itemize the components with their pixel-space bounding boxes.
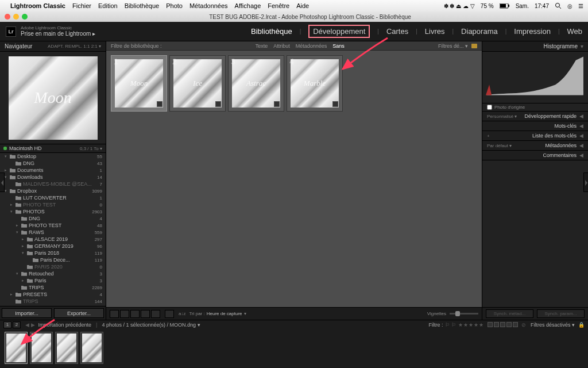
- module-web[interactable]: Web: [567, 27, 583, 36]
- sync-settings-button[interactable]: Synch. param...: [537, 309, 585, 318]
- right-panel-section[interactable]: Personnalisé ▾Développement rapide◀: [482, 112, 588, 121]
- folder-row[interactable]: ▾Desktop55: [0, 153, 106, 160]
- folder-row[interactable]: PARIS 20200: [0, 263, 106, 270]
- menu-app-name[interactable]: Lightroom Classic: [10, 2, 65, 9]
- siri-icon[interactable]: ◎: [567, 3, 572, 9]
- filmstrip[interactable]: [0, 329, 588, 367]
- folder-row[interactable]: ▸Documents1: [0, 167, 106, 174]
- lock-icon[interactable]: [471, 44, 477, 48]
- original-photo-row[interactable]: Photo d'origine: [482, 103, 588, 112]
- menu-photo[interactable]: Photo: [166, 2, 183, 9]
- minimize-button[interactable]: [13, 14, 19, 20]
- menu-metadata[interactable]: Métadonnées: [189, 2, 228, 9]
- folder-row[interactable]: ▸ALSACE 2019297: [0, 236, 106, 243]
- grid-thumb[interactable]: 2Ice: [169, 55, 226, 112]
- thumbnail-size-slider[interactable]: [450, 313, 478, 315]
- secondary-display-1[interactable]: 1: [3, 321, 11, 328]
- compare-view-icon[interactable]: [130, 310, 140, 318]
- folder-row[interactable]: LUT CONVERTER1: [0, 194, 106, 201]
- source-label[interactable]: Importation précédente: [38, 322, 92, 328]
- filmstrip-thumb[interactable]: [80, 332, 103, 364]
- notifications-icon[interactable]: ☰: [578, 3, 583, 9]
- folder-row[interactable]: ▸PHOTO TEST0: [0, 201, 106, 208]
- import-button[interactable]: Importer...: [2, 308, 52, 318]
- histogram[interactable]: [482, 52, 588, 103]
- folder-row[interactable]: ▸GERMANY 201996: [0, 243, 106, 250]
- right-panel-section[interactable]: +Liste des mots-clés◀: [482, 131, 588, 141]
- menu-edit[interactable]: Edition: [98, 2, 118, 9]
- filmstrip-thumb[interactable]: [30, 332, 53, 364]
- navigator-zoom-modes[interactable]: ADAPT. REMPL. 1:1 2:1 ▾: [48, 44, 101, 49]
- loupe-view-icon[interactable]: [120, 310, 129, 318]
- filters-off-menu[interactable]: Filtres désactivés ▾: [531, 322, 575, 328]
- original-photo-checkbox[interactable]: [487, 105, 492, 110]
- left-panel-toggle[interactable]: [0, 172, 5, 192]
- search-icon[interactable]: [555, 2, 562, 9]
- folder-row[interactable]: TRIPS144: [0, 298, 106, 305]
- right-panel-section[interactable]: Mots-clés◀: [482, 121, 588, 131]
- left-panel: Navigateur ADAPT. REMPL. 1:1 2:1 ▾ Moon …: [0, 41, 106, 320]
- rating-filter[interactable]: ★★★★★: [458, 322, 484, 328]
- volume-header[interactable]: Macintosh HD 0,3 / 1 To ▾: [0, 144, 106, 153]
- brand-main[interactable]: Prise en main de Lightroom ▸: [21, 30, 95, 37]
- folder-tree[interactable]: ▾Desktop55DNG43▸Documents1▾Downloads14MA…: [0, 153, 106, 306]
- sort-direction-icon[interactable]: a↓z: [179, 311, 185, 316]
- menu-help[interactable]: Aide: [296, 2, 309, 9]
- close-button[interactable]: [5, 14, 10, 20]
- export-button[interactable]: Exporter...: [54, 308, 104, 318]
- folder-row[interactable]: ▾PHOTOS2903: [0, 208, 106, 215]
- menu-file[interactable]: Fichier: [72, 2, 91, 9]
- grid-view-icon[interactable]: [110, 310, 119, 318]
- navigator-preview[interactable]: Moon: [0, 52, 106, 144]
- right-panel-section[interactable]: Commentaires◀: [482, 151, 588, 160]
- menu-window[interactable]: Fenêtre: [268, 2, 289, 9]
- filter-text[interactable]: Texte: [256, 43, 268, 49]
- module-print[interactable]: Impression: [514, 27, 551, 36]
- grid-thumb[interactable]: 3Astrac: [228, 55, 284, 112]
- folder-row[interactable]: ▸PHOTO TEST48: [0, 222, 106, 229]
- survey-view-icon[interactable]: [141, 310, 150, 318]
- module-slideshow[interactable]: Diaporama: [461, 27, 498, 36]
- folder-row[interactable]: ▾Dropbox3099: [0, 187, 106, 194]
- folder-row[interactable]: ▾Paris 2018119: [0, 250, 106, 256]
- secondary-display-2[interactable]: 2: [13, 321, 21, 328]
- filter-presets[interactable]: Filtres dé... ▾: [438, 43, 468, 49]
- folder-row[interactable]: ▾Downloads14: [0, 174, 106, 181]
- module-library[interactable]: Bibliothèque: [251, 27, 292, 36]
- folder-row[interactable]: DNG43: [0, 160, 106, 167]
- module-develop[interactable]: Développement: [308, 25, 370, 38]
- selection-count[interactable]: 4 photos / 1 sélectionnée(s) / MOON.dng …: [102, 322, 200, 328]
- filmstrip-thumb[interactable]: [55, 332, 78, 364]
- grid-thumb[interactable]: 4Marble: [287, 55, 343, 112]
- filmstrip-thumb[interactable]: [5, 332, 28, 364]
- fullscreen-button[interactable]: [22, 14, 28, 20]
- right-panel-toggle[interactable]: [583, 172, 588, 192]
- folder-row[interactable]: ▸Paris3: [0, 277, 106, 284]
- filter-attribute[interactable]: Attribut: [273, 43, 290, 49]
- sync-metadata-button[interactable]: Synch. métad...: [486, 309, 533, 318]
- folder-row[interactable]: ▾Retouched3: [0, 270, 106, 277]
- filter-metadata[interactable]: Métadonnées: [296, 43, 327, 49]
- people-view-icon[interactable]: [151, 310, 160, 318]
- menu-library[interactable]: Bibliothèque: [125, 2, 160, 9]
- histogram-header[interactable]: Histogramme ▾: [482, 41, 588, 52]
- right-panel-section[interactable]: Par défaut ▾Métadonnées◀: [482, 141, 588, 151]
- folder-row[interactable]: ▸PRESETS4: [0, 291, 106, 298]
- sort-value[interactable]: Heure de capture: [207, 311, 242, 316]
- module-map[interactable]: Cartes: [386, 27, 408, 36]
- color-label-filter[interactable]: [488, 322, 518, 327]
- thumbnail-grid[interactable]: 1Moon2Ice3Astrac4Marble: [106, 51, 482, 307]
- painter-icon[interactable]: [165, 310, 174, 318]
- filter-none[interactable]: Sans: [332, 43, 345, 49]
- folder-row[interactable]: TRIPS2289: [0, 284, 106, 291]
- status-icons[interactable]: ✽ ✽ ⏏ ☁ ▽: [444, 3, 475, 9]
- menu-view[interactable]: Affichage: [235, 2, 261, 9]
- folder-row[interactable]: DNG4: [0, 215, 106, 222]
- navigator-header[interactable]: Navigateur ADAPT. REMPL. 1:1 2:1 ▾: [0, 41, 106, 52]
- grid-thumb[interactable]: 1Moon: [111, 55, 167, 112]
- module-book[interactable]: Livres: [425, 27, 445, 36]
- folder-row[interactable]: Paris Dece...119: [0, 256, 106, 263]
- folder-row[interactable]: ▾RAWS559: [0, 229, 106, 236]
- folder-row[interactable]: MALDIVES-MOBILE @SEA...7: [0, 181, 106, 187]
- lock-icon[interactable]: 🔒: [578, 322, 585, 328]
